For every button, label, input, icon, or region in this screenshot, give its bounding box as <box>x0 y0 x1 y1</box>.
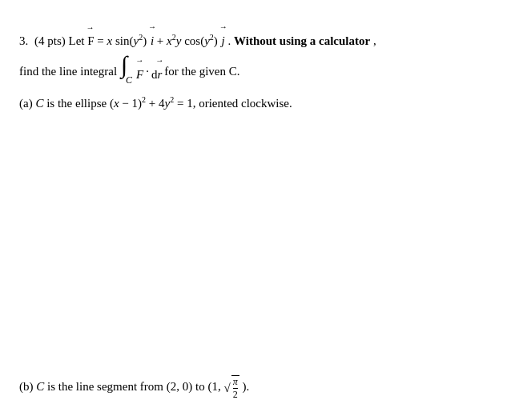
part-a-label: (a) <box>19 97 33 110</box>
first-term: x sin(y2) <box>107 34 147 47</box>
problem-block: 3. (4 pts) Let F → = x sin(y2) i → <box>19 24 504 114</box>
comma-after-instruction: , <box>373 34 376 47</box>
line2-prefix: find the line integral <box>19 61 117 82</box>
page: 3. (4 pts) Let F → = x sin(y2) i → <box>0 0 523 420</box>
period: . <box>227 34 234 47</box>
second-term: x2y cos(y2) <box>167 34 218 47</box>
sqrt-denominator: 2 <box>233 388 238 401</box>
part-b-suffix: ). <box>242 380 249 393</box>
points: (4 pts) <box>34 34 66 47</box>
part-b-label: (b) <box>19 380 34 393</box>
part-a-text: C is the ellipse (x − 1)2 + 4y2 = 1, ori… <box>35 97 292 110</box>
part-a: (a) C is the ellipse (x − 1)2 + 4y2 = 1,… <box>19 93 504 114</box>
part-b-prefix: C is the line segment from (2, 0) to (1, <box>36 380 223 393</box>
equals-sign: = <box>97 34 107 47</box>
i-unit-vec: i → <box>151 24 154 52</box>
sqrt-numerator: π <box>233 376 238 388</box>
j-unit-vec: j → <box>222 24 225 52</box>
problem-line1: 3. (4 pts) Let F → = x sin(y2) i → <box>19 24 504 52</box>
F-vec: F → <box>87 24 94 52</box>
bold-instruction: Without using a calculator <box>234 34 370 47</box>
dr-vec: dr → <box>151 58 162 86</box>
for-given: for the given C. <box>164 61 239 82</box>
integral-symbol: ∫ C <box>121 54 132 90</box>
part-b: (b) C is the line segment from (2, 0) to… <box>19 375 249 401</box>
plus-sign: + <box>157 34 167 47</box>
dot-symbol: · <box>146 61 149 82</box>
problem-line2: find the line integral ∫ C F → · dr → <box>19 54 504 90</box>
integral-F-vec: F → <box>136 58 143 86</box>
intro-prefix: Let <box>69 34 88 47</box>
problem-number: 3. <box>19 34 28 47</box>
sqrt-frac: √ π 2 <box>223 375 239 401</box>
